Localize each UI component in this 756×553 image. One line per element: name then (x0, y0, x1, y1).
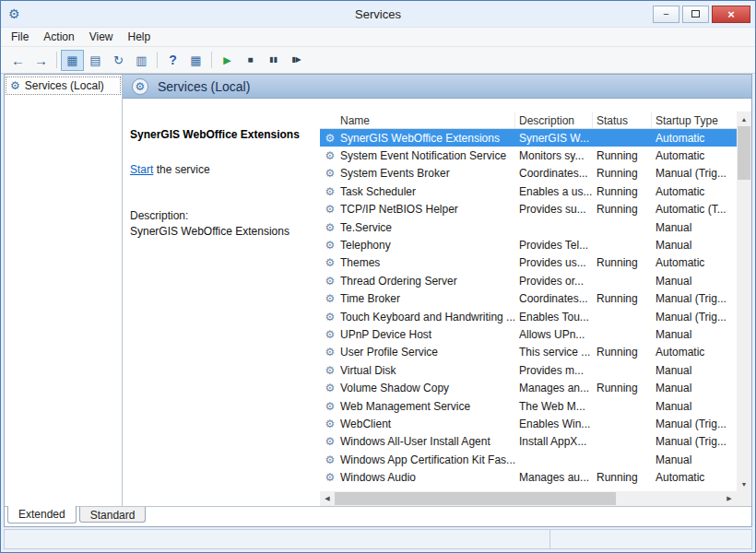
service-row[interactable]: ⚙ Task Scheduler Enables a us... Running… (320, 182, 737, 200)
service-startup-type: Automatic (652, 185, 737, 198)
service-startup-type: Manual (652, 239, 737, 252)
console-content: ⚙ Services (Local) ⚙ Services (Local) Sy… (4, 74, 752, 527)
service-status: Running (593, 185, 652, 198)
maximize-button[interactable] (682, 6, 709, 23)
tab-standard[interactable]: Standard (79, 507, 147, 523)
services-window: ⚙ Services − × File Action View Help ← →… (0, 0, 756, 553)
back-icon: ← (11, 53, 25, 67)
vertical-scroll-thumb[interactable] (738, 126, 750, 180)
menu-view[interactable]: View (82, 28, 121, 46)
service-row[interactable]: ⚙ WebClient Enables Win... Manual (Trig.… (320, 415, 737, 432)
forward-icon: → (34, 53, 48, 67)
minimize-button[interactable]: − (653, 6, 679, 23)
service-gear-icon: ⚙ (324, 453, 337, 466)
horizontal-scroll-track[interactable] (335, 491, 722, 506)
scroll-up-icon[interactable]: ▲ (737, 112, 751, 126)
service-row[interactable]: ⚙ System Events Broker Coordinates... Ru… (320, 165, 737, 182)
title-bar[interactable]: ⚙ Services − × (1, 1, 755, 27)
close-button[interactable]: × (712, 6, 750, 23)
service-description: Enables a us... (515, 185, 593, 198)
service-description: Allows UPn... (515, 328, 593, 341)
close-icon: × (727, 7, 735, 21)
export-list-button[interactable]: ▥ (130, 50, 153, 71)
service-status: Running (593, 382, 652, 394)
service-row[interactable]: ⚙ Time Broker Coordinates... Running Man… (320, 290, 737, 308)
horizontal-scroll-thumb[interactable] (335, 492, 616, 505)
service-startup-type: Manual (Trig... (652, 311, 737, 324)
service-name: User Profile Service (340, 346, 515, 359)
service-row[interactable]: ⚙ Virtual Disk Provides m... Manual (320, 361, 737, 379)
maximize-icon (691, 10, 700, 18)
selected-service-title: SynerGIS WebOffice Extensions (130, 128, 309, 141)
toolbar-separator (211, 52, 212, 68)
service-list: ⚙ SynerGIS WebOffice Extensions SynerGIS… (320, 129, 737, 491)
stop-service-button[interactable]: ■ (239, 50, 262, 71)
description-text: SynerGIS WebOffice Extensions (130, 225, 309, 238)
column-header-name[interactable]: ˆ Name (320, 112, 515, 128)
service-name: WebClient (340, 418, 515, 430)
service-row[interactable]: ⚙ TCP/IP NetBIOS Helper Provides su... R… (320, 201, 737, 218)
stop-service-icon: ■ (247, 55, 253, 65)
service-row[interactable]: ⚙ Te.Service Manual (320, 218, 737, 236)
menu-file[interactable]: File (4, 28, 36, 46)
service-name: Windows App Certification Kit Fas... (340, 453, 515, 466)
start-service-link[interactable]: Start (130, 163, 153, 176)
service-startup-type: Manual (652, 328, 737, 341)
scroll-left-icon[interactable]: ◀ (320, 491, 335, 506)
start-service-button[interactable]: ▶ (216, 50, 239, 71)
refresh-button[interactable]: ↻ (107, 50, 130, 71)
scroll-right-icon[interactable]: ▶ (722, 491, 737, 506)
service-row[interactable]: ⚙ Themes Provides us... Running Automati… (320, 254, 737, 272)
service-row[interactable]: ⚙ SynerGIS WebOffice Extensions SynerGIS… (320, 129, 737, 147)
back-button[interactable]: ← (6, 50, 30, 71)
column-header-startup-type[interactable]: Startup Type (652, 112, 737, 128)
service-row[interactable]: ⚙ User Profile Service This service ... … (320, 344, 737, 361)
horizontal-scrollbar[interactable]: ◀ ▶ (320, 491, 737, 506)
service-name: Virtual Disk (340, 364, 515, 377)
start-service-icon: ▶ (223, 55, 230, 65)
vertical-scroll-track[interactable] (737, 126, 751, 477)
service-description: Provides us... (515, 256, 593, 269)
show-console-tree-button[interactable]: ▦ (61, 50, 84, 71)
services-banner: ⚙ Services (Local) (123, 75, 751, 99)
forward-button[interactable]: → (30, 50, 53, 71)
service-startup-type: Manual (652, 275, 737, 288)
service-row[interactable]: ⚙ Touch Keyboard and Handwriting ... Ena… (320, 308, 737, 325)
tab-extended[interactable]: Extended (7, 506, 77, 524)
service-row[interactable]: ⚙ Thread Ordering Server Provides or... … (320, 272, 737, 289)
service-description: Enables Tou... (515, 311, 593, 324)
tree-item-services-local[interactable]: ⚙ Services (Local) (6, 77, 120, 94)
toolbar-separator (56, 52, 57, 68)
service-row[interactable]: ⚙ Web Management Service The Web M... Ma… (320, 397, 737, 415)
console-window-button[interactable]: ▦ (184, 50, 207, 71)
menu-action[interactable]: Action (36, 28, 81, 46)
services-node-icon: ⚙ (10, 79, 20, 92)
menu-help[interactable]: Help (121, 28, 159, 46)
pause-service-button[interactable]: ▮▮ (262, 50, 285, 71)
help-button[interactable]: ? (161, 50, 184, 71)
vertical-scrollbar[interactable]: ▲ ▼ (737, 112, 751, 491)
service-description: Provides or... (515, 275, 593, 288)
console-tree-panel: ⚙ Services (Local) (5, 75, 123, 506)
service-row[interactable]: ⚙ Windows All-User Install Agent Install… (320, 433, 737, 451)
service-row[interactable]: ⚙ Windows App Certification Kit Fas... M… (320, 451, 737, 468)
restart-service-icon: ▮▶ (291, 56, 301, 64)
service-row[interactable]: ⚙ System Event Notification Service Moni… (320, 147, 737, 164)
column-header-description[interactable]: Description (515, 112, 593, 128)
service-row[interactable]: ⚙ Telephony Provides Tel... Manual (320, 236, 737, 253)
service-list-pane: ˆ Name Description Status Startup Type ⚙… (320, 112, 737, 506)
service-gear-icon: ⚙ (324, 471, 337, 484)
service-row[interactable]: ⚙ Windows Audio Manages au... Running Au… (320, 468, 737, 486)
service-name: Task Scheduler (340, 185, 515, 198)
column-header-status[interactable]: Status (593, 112, 652, 128)
scroll-down-icon[interactable]: ▼ (737, 477, 751, 491)
service-row[interactable]: ⚙ Volume Shadow Copy Manages an... Runni… (320, 379, 737, 396)
refresh-icon: ↻ (113, 54, 124, 66)
service-startup-type: Manual (652, 364, 737, 377)
properties-button[interactable]: ▤ (84, 50, 107, 71)
service-row[interactable]: ⚙ UPnP Device Host Allows UPn... Manual (320, 325, 737, 343)
service-startup-type: Manual (Trig... (652, 167, 737, 180)
export-list-icon: ▥ (136, 54, 147, 66)
restart-service-button[interactable]: ▮▶ (285, 50, 308, 71)
pause-service-icon: ▮▮ (269, 56, 278, 64)
